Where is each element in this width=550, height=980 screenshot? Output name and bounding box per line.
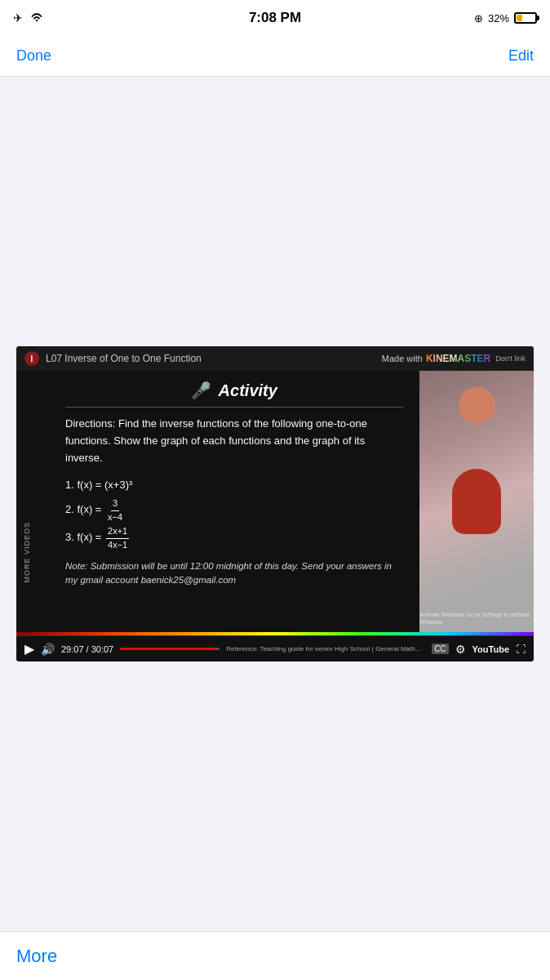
video-controls[interactable]: ▶ 🔊 29:07 / 30:07 Reference: Teaching gu… bbox=[16, 635, 534, 662]
fraction-2: 3 x−4 bbox=[106, 497, 124, 523]
problem-3: 3. f(x) = 2x+1 4x−1 bbox=[65, 525, 403, 551]
separator bbox=[65, 407, 403, 408]
status-time: 7:08 PM bbox=[249, 10, 301, 26]
note-section: Note: Submission will be until 12:00 mid… bbox=[65, 559, 403, 588]
battery-icon bbox=[514, 12, 537, 24]
problem-2: 2. f(x) = 3 x−4 bbox=[65, 497, 403, 523]
video-thumbnail: Activate Windows Go to Settings to activ… bbox=[419, 371, 534, 632]
time-display: 29:07 / 30:07 bbox=[61, 644, 113, 654]
kinemaster-brand: KINEMASTER bbox=[426, 353, 490, 364]
thumbnail-image bbox=[419, 371, 534, 632]
youtube-button[interactable]: YouTube bbox=[472, 644, 509, 654]
edit-button[interactable]: Edit bbox=[508, 47, 534, 65]
settings-button[interactable]: ⚙ bbox=[455, 643, 466, 656]
problem-1: 1. f(x) = (x+3)³ bbox=[65, 474, 403, 496]
battery-fill bbox=[517, 15, 522, 21]
directions-text: Directions: Find the inverse functions o… bbox=[65, 416, 403, 466]
video-content: 🎤 Activity Directions: Find the inverse … bbox=[16, 371, 419, 632]
person-body bbox=[452, 469, 501, 534]
status-left: ✈ bbox=[13, 11, 44, 25]
reference-text: Reference: Teaching guide for senior Hig… bbox=[226, 645, 425, 653]
video-container[interactable]: I L07 Inverse of One to One Function Mad… bbox=[16, 346, 534, 662]
video-top-bar: I L07 Inverse of One to One Function Mad… bbox=[16, 346, 534, 371]
status-bar: ✈ 7:08 PM ⊕ 32% bbox=[0, 0, 550, 36]
done-button[interactable]: Done bbox=[16, 47, 51, 65]
math-content: 1. f(x) = (x+3)³ 2. f(x) = 3 x−4 3. f(x)… bbox=[65, 474, 403, 551]
video-main: 🎤 Activity Directions: Find the inverse … bbox=[16, 371, 534, 632]
video-title: L07 Inverse of One to One Function bbox=[46, 353, 202, 364]
activity-banner: 🎤 Activity bbox=[65, 381, 403, 400]
status-right: ⊕ 32% bbox=[474, 12, 537, 24]
record-indicator: I bbox=[24, 351, 39, 366]
more-videos-label: MORE VIDEOS bbox=[23, 522, 31, 583]
cc-button[interactable]: CC bbox=[432, 644, 448, 654]
made-with-label: Made with bbox=[382, 354, 423, 363]
progress-bar[interactable] bbox=[120, 648, 220, 650]
fullscreen-button[interactable]: ⛶ bbox=[516, 644, 526, 655]
play-button[interactable]: ▶ bbox=[24, 641, 34, 657]
activate-windows: Activate Windows Go to Settings to activ… bbox=[419, 611, 530, 626]
bottom-bar: More bbox=[0, 931, 550, 980]
location-icon: ⊕ bbox=[474, 12, 483, 24]
dont-link-label: Don't link bbox=[495, 354, 526, 363]
fraction-3: 2x+1 4x−1 bbox=[106, 525, 129, 551]
activity-text: Activity bbox=[219, 381, 277, 399]
video-top-left: I L07 Inverse of One to One Function bbox=[24, 351, 202, 366]
more-button[interactable]: More bbox=[16, 946, 57, 967]
volume-button[interactable]: 🔊 bbox=[41, 643, 55, 656]
video-brand: Made with KINEMASTER Don't link bbox=[382, 353, 526, 364]
battery-percent: 32% bbox=[488, 12, 509, 24]
person-head bbox=[459, 387, 495, 424]
wifi-icon bbox=[29, 11, 44, 25]
nav-bar: Done Edit bbox=[0, 36, 550, 77]
progress-fill bbox=[120, 648, 215, 650]
activity-icon: 🎤 bbox=[191, 381, 211, 399]
main-content: I L07 Inverse of One to One Function Mad… bbox=[0, 77, 550, 931]
person-bg bbox=[419, 371, 534, 632]
airplane-icon: ✈ bbox=[13, 11, 23, 24]
